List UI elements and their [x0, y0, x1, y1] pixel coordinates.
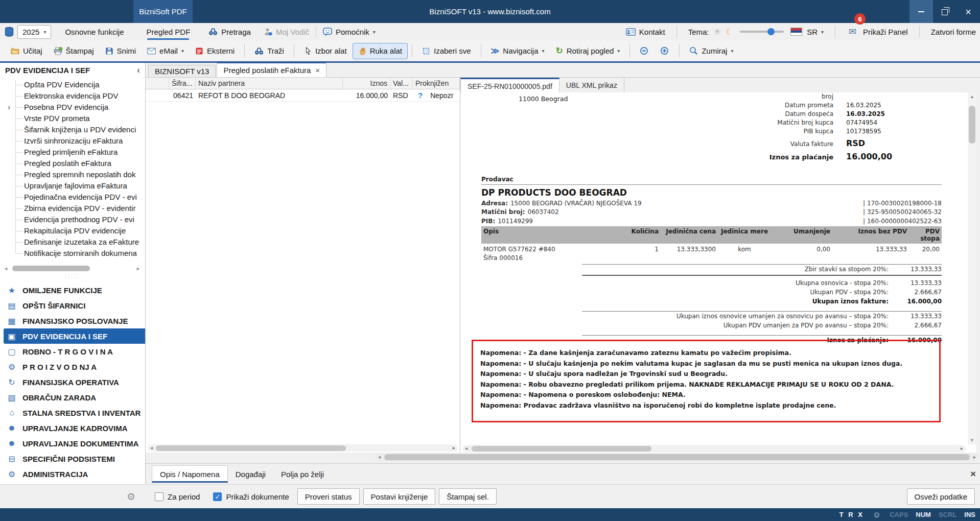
- tree-item[interactable]: Upravljanje fajlovima eFaktura: [0, 180, 145, 192]
- close-panel-icon[interactable]: ×: [970, 468, 976, 480]
- za-period-checkbox[interactable]: Za period: [155, 492, 200, 501]
- rotiraj-pogled-button[interactable]: ↻ Rotiraj pogled ▾: [550, 43, 626, 59]
- minimize-button[interactable]: [909, 0, 933, 23]
- izbor-alat-button[interactable]: Izbor alat: [298, 43, 353, 59]
- menu-kontakt[interactable]: Kontakt: [626, 28, 665, 36]
- scrollbar-thumb[interactable]: [12, 266, 90, 271]
- nav-section[interactable]: ▤ OPŠTI ŠIFARNICI: [0, 298, 145, 313]
- grid-column-iznos[interactable]: Iznos: [343, 78, 390, 89]
- tree-item[interactable]: Pregled primljenih eFaktura: [0, 147, 145, 158]
- close-button[interactable]: ×: [956, 0, 980, 23]
- dark-theme-icon[interactable]: ☾: [726, 27, 733, 37]
- messages-button[interactable]: ✉ 6: [849, 26, 856, 37]
- grid-column-naziv[interactable]: Naziv partnera: [196, 78, 343, 89]
- nav-section[interactable]: ▢ ROBNO - T R G O V I N A: [0, 344, 145, 359]
- tab-ubl-xml[interactable]: UBL XML prikaz: [559, 78, 624, 92]
- year-select[interactable]: 2025 ▾: [17, 25, 51, 39]
- scroll-left-icon[interactable]: ◄: [377, 455, 382, 460]
- splitter-grip-icon[interactable]: ··········: [0, 272, 145, 280]
- snimi-button[interactable]: Snimi: [100, 43, 142, 59]
- tree-item[interactable]: Pregled poslatih eFaktura: [0, 158, 145, 169]
- menu-prikazi-panel[interactable]: Prikaži Panel: [863, 28, 908, 36]
- tree-item[interactable]: › Posebna PDV evidencija: [0, 102, 145, 113]
- zoom-out-button[interactable]: [634, 43, 655, 59]
- tree-item[interactable]: Rekapitulacija PDV evidencije: [0, 225, 145, 236]
- trazi-button[interactable]: Traži: [249, 43, 290, 59]
- tab-pdf-file[interactable]: SEF-25-RN010000005.pdf: [460, 78, 559, 93]
- language-select[interactable]: SR ▾: [807, 28, 824, 36]
- grid-column-proknjizen[interactable]: Proknjižen: [413, 78, 460, 89]
- tree-item[interactable]: Vrste PDV prometa: [0, 113, 145, 124]
- pdf-vertical-scrollbar[interactable]: ▲ ▼: [968, 92, 976, 444]
- tree-item[interactable]: Zbirna evidencija PDV - evidentir: [0, 203, 145, 214]
- nav-section[interactable]: ☻ UPRAVLJANJE DOKUMENTIMA: [0, 436, 145, 451]
- theme-slider[interactable]: [740, 31, 784, 33]
- grid-column-indicator[interactable]: [146, 78, 169, 89]
- menu-pregled-pdf[interactable]: Pregled PDF: [146, 28, 190, 36]
- nav-section[interactable]: ★ OMILJENE FUNKCIJE: [0, 282, 145, 298]
- nav-section[interactable]: ▣ PDV EVIDENCIJA I SEF: [4, 328, 145, 344]
- nav-section[interactable]: ⚙ ADMINISTRACIJA: [0, 466, 145, 482]
- scrollbar-thumb[interactable]: [969, 106, 975, 144]
- menu-pretraga[interactable]: Pretraga: [208, 28, 251, 36]
- scroll-up-icon[interactable]: ▲: [968, 94, 976, 99]
- stampaj-sel-button[interactable]: Štampaj sel.: [439, 488, 497, 505]
- grid-column-sifra[interactable]: Šifra...: [169, 78, 196, 89]
- tab-polja-po-zelji[interactable]: Polja po želji: [273, 466, 332, 483]
- expand-icon[interactable]: ›: [8, 102, 10, 113]
- checkbox-checked-icon[interactable]: ✓: [213, 492, 222, 501]
- restore-button[interactable]: [933, 0, 956, 23]
- tab-pregled-poslatih-efaktura[interactable]: Pregled poslatih eFaktura ×: [217, 62, 326, 77]
- tab-close-icon[interactable]: ×: [315, 66, 320, 75]
- tree-item[interactable]: Pregled spremnih neposlatih dok: [0, 169, 145, 180]
- scrollbar-thumb[interactable]: [384, 454, 970, 460]
- tab-dogadjaji[interactable]: Događaji: [228, 466, 273, 483]
- stampaj-button[interactable]: Štampaj: [48, 43, 100, 59]
- navigacija-button[interactable]: ≫ Navigacija ▾: [485, 43, 550, 59]
- postavi-knjizenje-button[interactable]: Postavi knjiženje: [363, 488, 436, 505]
- feedback-icon[interactable]: ☺: [873, 510, 881, 519]
- outer-horizontal-scrollbar[interactable]: ◄ ►: [375, 453, 979, 461]
- tree-item[interactable]: Izvrši sinhronizaciju eFaktura: [0, 135, 145, 147]
- slider-thumb[interactable]: [767, 28, 775, 35]
- nav-section[interactable]: ▧ OBRAČUN ZARADA: [0, 390, 145, 405]
- nav-section[interactable]: ▦ FINANSIJSKO POSLOVANJE: [0, 313, 145, 328]
- scroll-left-icon[interactable]: ◄: [4, 266, 8, 271]
- settings-gear-icon[interactable]: ⚙: [127, 491, 135, 503]
- tab-biznisoft-v13[interactable]: BIZNISOFT v13: [148, 65, 216, 77]
- grid-horizontal-scrollbar[interactable]: ◄ ►: [148, 444, 458, 452]
- nav-section[interactable]: ⊟ SPECIFIČNI PODSISTEMI: [0, 451, 145, 466]
- menu-pomocnik[interactable]: Pomoćnik ▾: [323, 28, 376, 36]
- eksterni-button[interactable]: Eksterni: [190, 43, 240, 59]
- tab-opis-napomena[interactable]: Opis / Napomena: [152, 465, 228, 483]
- email-button[interactable]: eMail ▾: [142, 43, 190, 59]
- pdf-horizontal-scrollbar[interactable]: ◄ ►: [462, 445, 966, 452]
- nav-section[interactable]: ⚙ P R O I Z V O D NJ A: [0, 359, 145, 374]
- zumiraj-button[interactable]: Zumiraj ▾: [684, 43, 739, 59]
- menu-zatvori-forme[interactable]: Zatvori forme: [931, 28, 976, 36]
- scroll-right-icon[interactable]: ►: [452, 445, 456, 451]
- osvezi-podatke-button[interactable]: Osveži podatke: [907, 488, 975, 505]
- menu-moj-vodic[interactable]: Moj Vodič: [264, 28, 309, 36]
- izaberi-sve-button[interactable]: Izaberi sve: [416, 43, 477, 59]
- prikazi-dokumente-checkbox[interactable]: ✓ Prikaži dokumente: [213, 492, 289, 501]
- scrollbar-thumb[interactable]: [472, 446, 651, 452]
- tree-item[interactable]: Opšta PDV Evidencija: [0, 79, 145, 90]
- menu-osnovne-funkcije[interactable]: Osnovne funkcije: [65, 28, 124, 36]
- sidebar-horizontal-scrollbar[interactable]: ◄ ►: [2, 265, 142, 272]
- nav-section[interactable]: ☻ UPRAVLJANJE KADROVIMA: [0, 420, 145, 436]
- light-theme-icon[interactable]: ☀: [714, 27, 721, 37]
- checkbox-unchecked-icon[interactable]: [155, 492, 164, 501]
- scroll-left-icon[interactable]: ◄: [464, 446, 469, 451]
- tree-item[interactable]: Evidencija prethodnog PDV - evi: [0, 214, 145, 225]
- tree-item[interactable]: Definisanje izuzetaka za eFakture: [0, 236, 145, 248]
- scroll-left-icon[interactable]: ◄: [149, 445, 154, 451]
- zoom-in-button[interactable]: [655, 43, 675, 59]
- scroll-right-icon[interactable]: ►: [960, 446, 964, 451]
- tree-item[interactable]: Elektronska evidencija PDV: [0, 90, 145, 102]
- tree-item[interactable]: Notifikacije storniranih dokumena: [0, 248, 145, 259]
- scroll-right-icon[interactable]: ►: [972, 455, 977, 460]
- scroll-down-icon[interactable]: ▼: [968, 438, 976, 443]
- tree-item[interactable]: Šifarnik knjiženja u PDV evidenci: [0, 124, 145, 135]
- nav-section[interactable]: ⌂ STALNA SREDSTVA I INVENTAR: [0, 405, 145, 420]
